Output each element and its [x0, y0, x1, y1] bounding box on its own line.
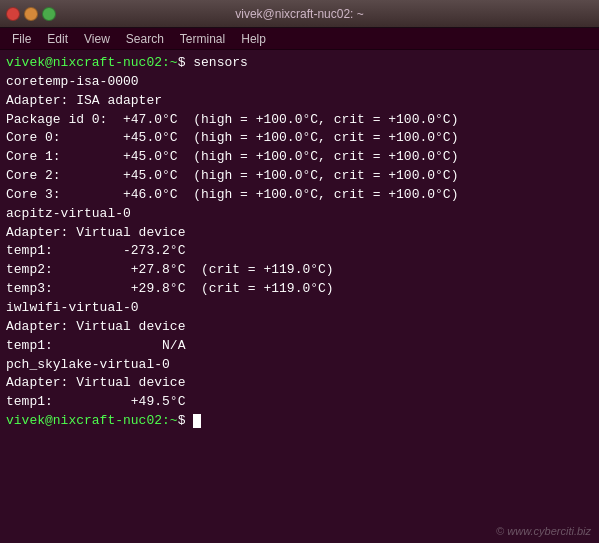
terminal-output: acpitz-virtual-0: [6, 205, 593, 224]
terminal-output: temp3: +29.8°C (crit = +119.0°C): [6, 280, 593, 299]
minimize-button[interactable]: [24, 7, 38, 21]
watermark: © www.cyberciti.biz: [496, 525, 591, 537]
terminal-output: Package id 0: +47.0°C (high = +100.0°C, …: [6, 111, 593, 130]
terminal-output: pch_skylake-virtual-0: [6, 356, 593, 375]
menu-terminal[interactable]: Terminal: [172, 30, 233, 48]
maximize-button[interactable]: [42, 7, 56, 21]
window-title: vivek@nixcraft-nuc02: ~: [235, 7, 364, 21]
terminal-output: Adapter: Virtual device: [6, 318, 593, 337]
menu-edit[interactable]: Edit: [39, 30, 76, 48]
terminal-output: Core 0: +45.0°C (high = +100.0°C, crit =…: [6, 129, 593, 148]
menu-bar: File Edit View Search Terminal Help: [0, 28, 599, 50]
terminal-output: Adapter: Virtual device: [6, 374, 593, 393]
terminal-output: Adapter: Virtual device: [6, 224, 593, 243]
terminal-prompt: vivek@nixcraft-nuc02:~$: [6, 412, 593, 431]
terminal-output: temp2: +27.8°C (crit = +119.0°C): [6, 261, 593, 280]
terminal-output: Core 2: +45.0°C (high = +100.0°C, crit =…: [6, 167, 593, 186]
menu-help[interactable]: Help: [233, 30, 274, 48]
terminal-prompt: vivek@nixcraft-nuc02:~$ sensors: [6, 54, 593, 73]
terminal-output: temp1: -273.2°C: [6, 242, 593, 261]
terminal-window[interactable]: vivek@nixcraft-nuc02:~$ sensorscoretemp-…: [0, 50, 599, 543]
terminal-cursor: [193, 414, 201, 428]
window-controls[interactable]: [6, 7, 56, 21]
menu-search[interactable]: Search: [118, 30, 172, 48]
title-bar: vivek@nixcraft-nuc02: ~: [0, 0, 599, 28]
terminal-output: coretemp-isa-0000: [6, 73, 593, 92]
menu-view[interactable]: View: [76, 30, 118, 48]
terminal-output: iwlwifi-virtual-0: [6, 299, 593, 318]
close-button[interactable]: [6, 7, 20, 21]
terminal-output: temp1: +49.5°C: [6, 393, 593, 412]
terminal-output: Core 3: +46.0°C (high = +100.0°C, crit =…: [6, 186, 593, 205]
terminal-output: Core 1: +45.0°C (high = +100.0°C, crit =…: [6, 148, 593, 167]
terminal-output: Adapter: ISA adapter: [6, 92, 593, 111]
terminal-output: temp1: N/A: [6, 337, 593, 356]
menu-file[interactable]: File: [4, 30, 39, 48]
